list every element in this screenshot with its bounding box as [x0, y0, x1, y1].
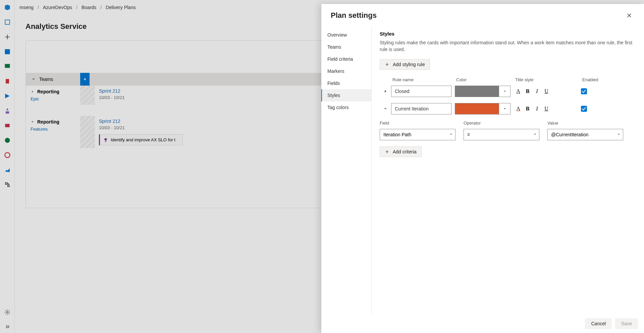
panel-title: Plan settings	[331, 11, 377, 20]
chevron-down-icon	[533, 132, 537, 137]
close-button[interactable]	[624, 10, 635, 21]
chevron-down-icon	[383, 106, 388, 111]
nav-fields[interactable]: Fields	[321, 77, 371, 89]
rule-name-input[interactable]	[391, 103, 451, 114]
nav-tag-colors[interactable]: Tag colors	[321, 101, 371, 113]
chevron-down-icon[interactable]	[499, 86, 510, 97]
font-color-button[interactable]: A	[514, 87, 523, 96]
chevron-down-icon	[617, 132, 621, 137]
plus-icon	[385, 62, 389, 67]
col-field: Field	[380, 121, 464, 126]
nav-overview[interactable]: Overview	[321, 29, 371, 41]
operator-select[interactable]: =	[464, 129, 539, 140]
enabled-checkbox[interactable]	[581, 106, 587, 112]
section-description: Styling rules make the cards with import…	[380, 39, 636, 53]
add-rule-label: Add styling rule	[393, 62, 425, 67]
styles-detail: Styles Styling rules make the cards with…	[372, 26, 644, 314]
add-criteria-label: Add criteria	[393, 149, 417, 154]
save-button[interactable]: Save	[615, 318, 638, 329]
expand-rule-button[interactable]	[380, 89, 391, 94]
color-picker[interactable]	[455, 103, 511, 114]
font-color-button[interactable]: A	[514, 104, 523, 113]
plan-settings-panel: Plan settings Overview Teams Field crite…	[321, 4, 644, 333]
rule-row: A B I U	[380, 103, 636, 114]
col-operator: Operator	[464, 121, 547, 126]
underline-button[interactable]: U	[542, 87, 551, 96]
nav-field-criteria[interactable]: Field criteria	[321, 53, 371, 65]
rule-row: A B I U	[380, 86, 636, 97]
col-color: Color	[455, 77, 514, 82]
bold-button[interactable]: B	[523, 104, 532, 113]
bold-button[interactable]: B	[523, 87, 532, 96]
collapse-rule-button[interactable]	[380, 106, 391, 111]
add-criteria-button[interactable]: Add criteria	[380, 146, 422, 157]
col-enabled: Enabled	[581, 77, 644, 82]
value-select[interactable]: @CurrentIteration	[547, 129, 623, 140]
section-heading: Styles	[380, 31, 636, 37]
rule-name-input[interactable]	[391, 86, 451, 97]
color-picker[interactable]	[455, 86, 511, 97]
field-select[interactable]: Iteration Path	[380, 129, 455, 140]
chevron-down-icon	[449, 132, 453, 137]
settings-nav: Overview Teams Field criteria Markers Fi…	[321, 26, 372, 314]
col-rule-name: Rule name	[391, 77, 455, 82]
chevron-right-icon	[383, 89, 388, 94]
italic-button[interactable]: I	[533, 104, 541, 113]
close-icon	[626, 12, 632, 18]
enabled-checkbox[interactable]	[581, 88, 587, 94]
nav-markers[interactable]: Markers	[321, 65, 371, 77]
col-value: Value	[547, 121, 631, 126]
chevron-down-icon[interactable]	[499, 103, 510, 114]
underline-button[interactable]: U	[542, 104, 551, 113]
add-styling-rule-button[interactable]: Add styling rule	[380, 59, 430, 70]
italic-button[interactable]: I	[533, 87, 541, 96]
cancel-button[interactable]: Cancel	[585, 318, 612, 329]
nav-teams[interactable]: Teams	[321, 41, 371, 53]
plus-icon	[385, 149, 389, 154]
nav-styles[interactable]: Styles	[321, 89, 371, 101]
col-title-style: Title style	[514, 77, 581, 82]
